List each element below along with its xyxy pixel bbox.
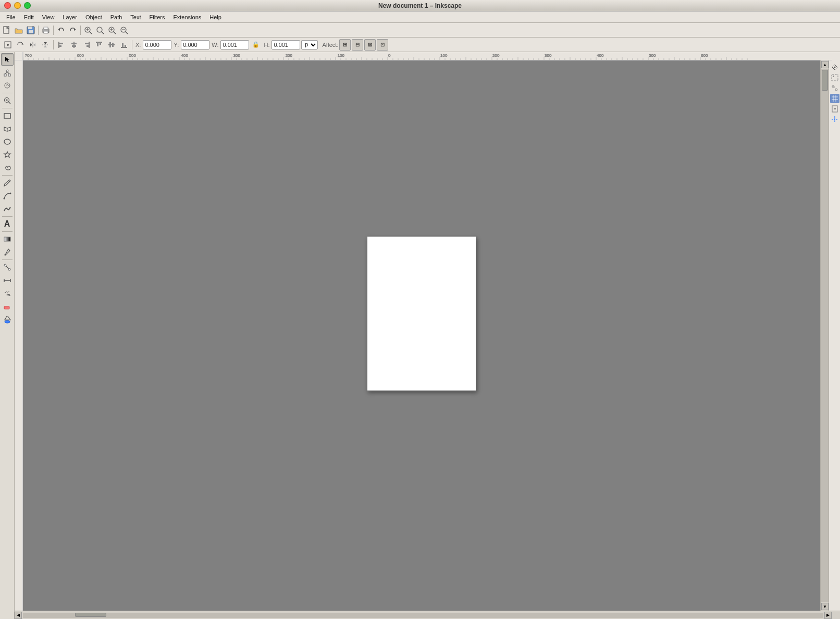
snap-grid-btn[interactable] <box>830 94 839 103</box>
affect-btn-1[interactable]: ⊞ <box>339 39 351 51</box>
minimize-button[interactable] <box>14 2 21 9</box>
y-input[interactable] <box>181 40 209 49</box>
x-input[interactable] <box>143 40 171 49</box>
node-edit-tool[interactable] <box>1 66 14 79</box>
align-bottom-btn[interactable] <box>118 39 130 51</box>
menu-layer[interactable]: Layer <box>58 13 81 21</box>
close-button[interactable] <box>4 2 11 9</box>
new-button[interactable] <box>1 24 13 36</box>
h-label: H: <box>264 42 269 48</box>
svg-rect-238 <box>833 76 834 77</box>
svg-line-20 <box>126 32 128 34</box>
svg-rect-32 <box>59 43 63 44</box>
save-button[interactable] <box>25 24 36 36</box>
svg-rect-47 <box>122 43 123 47</box>
separator <box>2 175 13 176</box>
pen-tool[interactable] <box>1 190 14 202</box>
svg-rect-235 <box>15 60 23 611</box>
snap-nodes-btn[interactable] <box>830 83 839 93</box>
align-right-btn[interactable] <box>81 39 92 51</box>
affect-btn-4[interactable]: ⊡ <box>377 39 388 51</box>
vertical-scrollbar[interactable]: ▲ ▼ <box>820 60 829 611</box>
rect-tool[interactable] <box>1 109 14 122</box>
zoom-in-button[interactable] <box>106 24 118 36</box>
menu-edit[interactable]: Edit <box>20 13 38 21</box>
svg-point-75 <box>7 292 8 293</box>
menu-extensions[interactable]: Extensions <box>169 13 205 21</box>
separator <box>80 26 81 35</box>
align-vcenter-btn[interactable] <box>106 39 117 51</box>
separator <box>53 40 54 49</box>
menu-filters[interactable]: Filters <box>145 13 169 21</box>
snap-toggle-btn[interactable] <box>830 63 839 72</box>
ruler-corner <box>15 52 23 60</box>
snap-page-btn[interactable] <box>830 104 839 114</box>
maximize-button[interactable] <box>24 2 31 9</box>
print-button[interactable] <box>40 24 52 36</box>
connector-tool[interactable] <box>1 261 14 274</box>
align-top-btn[interactable] <box>93 39 105 51</box>
flip-v-btn[interactable] <box>40 39 51 51</box>
document-page <box>367 236 476 391</box>
spiral-tool[interactable] <box>1 162 14 174</box>
text-tool[interactable]: A <box>1 218 14 230</box>
svg-text:400: 400 <box>597 53 604 58</box>
separator <box>2 93 13 93</box>
scroll-down-button[interactable]: ▼ <box>821 603 829 610</box>
window-controls <box>4 2 31 9</box>
scroll-left-button[interactable]: ◀ <box>15 612 22 619</box>
lock-ratio-button[interactable]: 🔒 <box>250 39 262 51</box>
undo-button[interactable] <box>55 24 67 36</box>
redo-button[interactable] <box>67 24 79 36</box>
affect-btn-2[interactable]: ⊟ <box>352 39 363 51</box>
gradient-tool[interactable] <box>1 233 14 245</box>
svg-point-73 <box>5 292 6 293</box>
unit-selector[interactable]: pxmmcmin <box>301 40 318 49</box>
menu-path[interactable]: Path <box>106 13 127 21</box>
zoom-tool[interactable] <box>1 94 14 107</box>
dropper-tool[interactable] <box>1 246 14 258</box>
h-input[interactable] <box>271 40 300 49</box>
zoom-fit-page-button[interactable] <box>82 24 94 36</box>
menu-file[interactable]: File <box>2 13 20 21</box>
transform-select-btn[interactable] <box>2 39 14 51</box>
zoom-fit-drawing-button[interactable] <box>94 24 106 36</box>
canvas-row: ▲ ▼ <box>15 60 840 611</box>
menu-text[interactable]: Text <box>126 13 145 21</box>
tweak-tool[interactable] <box>1 79 14 92</box>
main-canvas[interactable] <box>23 60 820 611</box>
eraser-tool[interactable] <box>1 300 14 313</box>
scroll-thumb-h[interactable] <box>75 613 106 617</box>
scroll-up-button[interactable]: ▲ <box>821 61 829 68</box>
snap-bbox-btn[interactable] <box>830 73 839 82</box>
menu-view[interactable]: View <box>38 13 59 21</box>
affect-btn-3[interactable]: ⊠ <box>364 39 376 51</box>
select-tool[interactable] <box>1 53 14 66</box>
menu-object[interactable]: Object <box>81 13 106 21</box>
w-input[interactable] <box>220 40 249 49</box>
svg-text:-500: -500 <box>128 53 137 58</box>
transform-rotate-btn[interactable] <box>15 39 26 51</box>
svg-line-54 <box>8 102 10 104</box>
snap-guide-btn[interactable] <box>830 115 839 124</box>
x-label: X: <box>135 42 141 48</box>
measure-tool[interactable] <box>1 274 14 287</box>
pencil-tool[interactable] <box>1 177 14 189</box>
box3d-tool[interactable] <box>1 122 14 135</box>
align-left-btn[interactable] <box>56 39 67 51</box>
scroll-right-button[interactable]: ▶ <box>824 612 832 619</box>
star-tool[interactable] <box>1 148 14 161</box>
horizontal-scrollbar[interactable]: ◀ ▶ <box>15 611 840 619</box>
ruler-h-svg: -700-600-500-400-300-200-100010020030040… <box>23 52 752 60</box>
scroll-thumb-v[interactable] <box>822 70 828 91</box>
menu-help[interactable]: Help <box>205 13 226 21</box>
svg-point-13 <box>97 27 102 32</box>
fill-bucket-tool[interactable] <box>1 313 14 326</box>
open-button[interactable] <box>13 24 24 36</box>
align-center-btn[interactable] <box>68 39 80 51</box>
calligraphy-tool[interactable] <box>1 203 14 215</box>
ellipse-tool[interactable] <box>1 135 14 148</box>
spray-tool[interactable] <box>1 287 14 300</box>
flip-h-btn[interactable] <box>27 39 39 51</box>
zoom-out-button[interactable] <box>118 24 130 36</box>
